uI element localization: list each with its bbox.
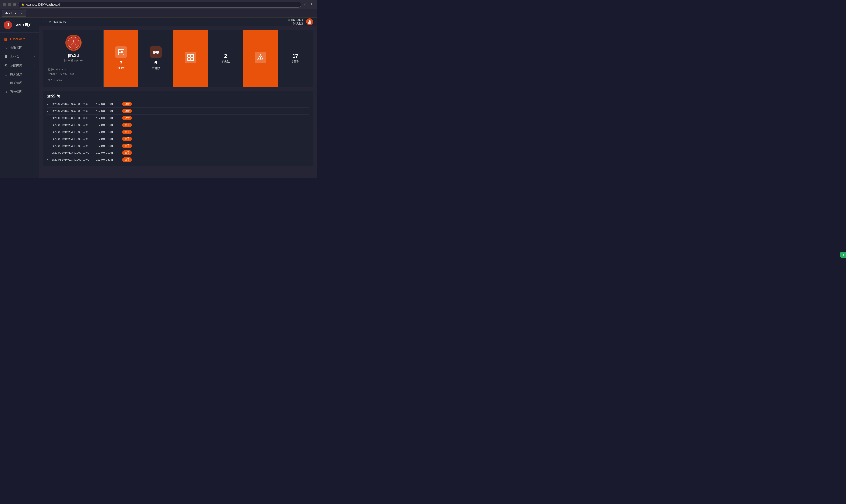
sidebar-item-system-manage[interactable]: ⊙ 系统管理 ▾ [0,87,39,96]
nav-forward-button[interactable]: → [8,3,11,6]
my-gateway-icon: ◎ [4,63,8,68]
chevron-down-icon: ▾ [34,64,35,67]
dashboard-icon: ▦ [4,37,8,41]
sidebar-item-label: 集群视图 [10,46,22,50]
alert-ip: 127.0.0.1:8081 [96,144,120,147]
svg-point-1 [308,22,311,24]
address-bar[interactable]: 🔒 localhost:8080/#/dashboard [18,2,301,8]
tab-close-button[interactable]: × [21,12,22,15]
stat-card-api[interactable]: API 3 API数 [104,30,139,87]
alert-view-button[interactable]: 查看 [122,102,132,106]
profile-email: jin.xu@qq.com [64,59,83,62]
alert-row: • 2020-06-19T07:03:42.000+00:00 127.0.0.… [47,149,309,156]
instance-label: 实例数 [221,59,230,64]
alert-row: • 2020-06-19T07:03:42.000+00:00 127.0.0.… [47,128,309,136]
alert-dot: • [47,116,48,120]
browser-chrome: ← → ↻ 🔒 localhost:8080/#/dashboard ☆ ⋮ [0,0,317,9]
alerts-title: 监控告警 [47,94,309,98]
alert-ip: 127.0.0.1:8081 [96,130,120,133]
breadcrumb-label: dashboard [53,20,67,23]
bookmark-icon[interactable]: ☆ [303,2,308,7]
tab-bar: dashboard × [0,9,317,18]
top-header: ‹ › ✕ dashboard 当前网关集群 测试集群 [39,18,317,26]
profile-username: jin.xu [68,53,79,58]
nav-back-button[interactable]: ← [3,3,6,6]
version-label: 版本： [48,78,56,81]
alert-ip: 127.0.0.1:8081 [96,116,120,120]
version-row: 版本： 1.0.0 [48,78,99,82]
sidebar: J Janus网关 ▦ DashBoard ⌂ 集群视图 ☰ 工作台 ▾ ◎ 我… [0,18,39,178]
alert-view-button[interactable]: 查看 [122,116,132,120]
chevron-down-icon: ▾ [34,55,35,58]
sidebar-item-gateway-monitor[interactable]: ⊟ 网关监控 ▾ [0,70,39,78]
logo-icon: J [4,21,12,29]
header-left: ‹ › ✕ dashboard [43,20,67,24]
cluster-name: 测试集群 [293,22,303,25]
alert-view-button[interactable]: 查看 [122,137,132,141]
instance-icon [185,52,196,63]
alert-ip: 127.0.0.1:8081 [96,151,120,154]
profile-info: 登录时间： 2024-01-02T01:11:07.197+00:00 版本： … [48,68,99,82]
alert-row: • 2020-06-19T07:03:42.000+00:00 127.0.0.… [47,122,309,128]
cluster-count: 6 [155,60,157,66]
svg-rect-13 [191,54,194,57]
alert-view-button[interactable]: 查看 [122,157,132,162]
workbench-icon: ☰ [4,54,8,59]
stat-card-cluster[interactable]: 6 集群数 [139,30,173,87]
browser-actions: ☆ ⋮ [303,2,314,7]
tab-dashboard[interactable]: dashboard × [2,10,26,17]
stat-card-alert-icon[interactable] [243,30,278,87]
api-count: 3 [120,60,123,66]
alert-view-button[interactable]: 查看 [122,109,132,113]
alert-dot: • [47,158,48,161]
stats-row: 人 jin.xu jin.xu@qq.com 登录时间： 2024-01-02T… [43,30,313,87]
chevron-down-icon: ▾ [34,82,35,84]
alert-view-button[interactable]: 查看 [122,123,132,127]
stat-card-instance[interactable]: 2 实例数 [208,30,243,87]
nav-prev-icon[interactable]: ‹ [43,20,44,23]
api-label: API数 [118,66,125,70]
nav-next-icon[interactable]: › [46,20,47,23]
svg-rect-14 [187,58,191,60]
alert-time: 2020-06-19T07:03:42.000+00:00 [52,158,93,161]
close-icon[interactable]: ✕ [49,20,52,24]
sidebar-item-workbench[interactable]: ☰ 工作台 ▾ [0,52,39,61]
nav-refresh-button[interactable]: ↻ [13,3,16,6]
avatar[interactable] [306,18,313,25]
alert-dot: • [47,144,48,147]
stat-card-alert[interactable]: 17 告警数 [278,30,313,87]
svg-rect-12 [187,54,191,57]
sidebar-nav: ▦ DashBoard ⌂ 集群视图 ☰ 工作台 ▾ ◎ 我的网关 ▾ ⊟ 网关… [0,33,39,178]
url-text: localhost:8080/#/dashboard [26,3,60,6]
svg-text:人: 人 [71,40,76,46]
alert-dot: • [47,103,48,106]
sidebar-item-label: 网关监控 [10,72,22,76]
alert-row: • 2020-06-19T07:03:42.000+00:00 127.0.0.… [47,108,309,114]
alert-time: 2020-06-19T07:03:42.000+00:00 [52,138,93,140]
alerts-section: 监控告警 • 2020-06-19T07:03:42.000+00:00 127… [43,91,313,166]
sidebar-logo: J Janus网关 [0,18,39,33]
sidebar-item-label: DashBoard [10,37,25,41]
sidebar-item-gateway-manage[interactable]: ⊞ 网关管理 ▾ [0,78,39,87]
alert-row: • 2020-06-19T07:03:42.000+00:00 127.0.0.… [47,156,309,163]
stat-card-instance-icon[interactable] [174,30,208,87]
chevron-down-icon: ▾ [34,91,35,93]
sidebar-item-my-gateway[interactable]: ◎ 我的网关 ▾ [0,61,39,70]
alert-view-button[interactable]: 查看 [122,144,132,148]
sidebar-item-label: 系统管理 [10,90,22,94]
svg-point-0 [309,20,310,22]
sidebar-item-cluster-view[interactable]: ⌂ 集群视图 [0,43,39,52]
alert-dot: • [47,130,48,133]
sidebar-item-label: 我的网关 [10,63,22,68]
alerts-container: • 2020-06-19T07:03:42.000+00:00 127.0.0.… [47,101,309,163]
sidebar-item-label: 工作台 [10,54,19,59]
main-content: ‹ › ✕ dashboard 当前网关集群 测试集群 [39,18,317,178]
menu-icon[interactable]: ⋮ [309,2,314,7]
alert-view-button[interactable]: 查看 [122,150,132,155]
profile-avatar: 人 [66,35,82,51]
alert-view-button[interactable]: 查看 [122,130,132,134]
sidebar-item-dashboard[interactable]: ▦ DashBoard [0,35,39,43]
login-time-row: 登录时间： 2024-01-02T01:11:07.197+00:00 [48,68,99,77]
alert-ip: 127.0.0.1:8081 [96,110,120,112]
alert-row: • 2020-06-19T07:03:42.000+00:00 127.0.0.… [47,114,309,122]
